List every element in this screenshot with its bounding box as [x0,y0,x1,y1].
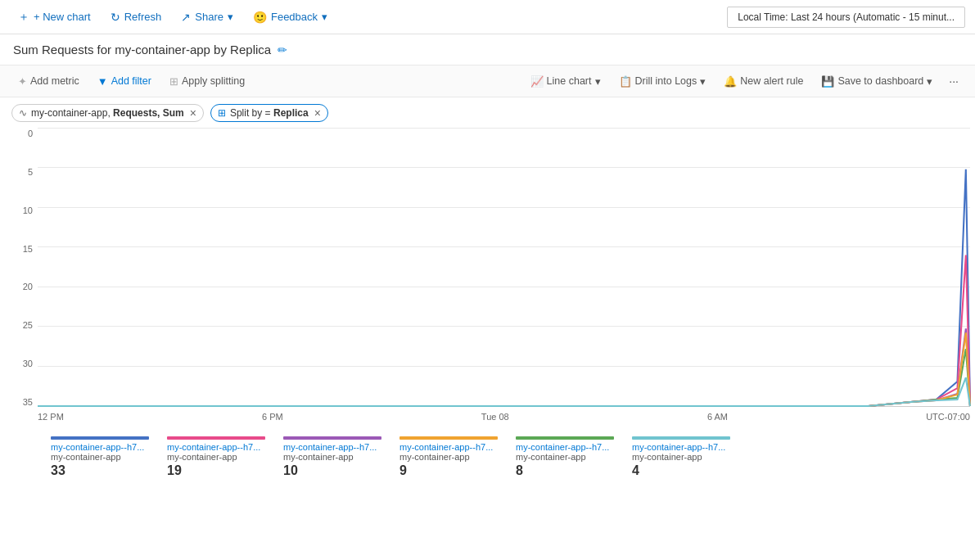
y-axis: 35 30 25 20 15 10 5 0 [5,129,38,407]
line-chart-button[interactable]: 📈 Line chart ▾ [522,72,609,91]
metric-toolbar: ✦ Add metric ▼ Add filter ⊞ Apply splitt… [0,65,975,97]
refresh-button[interactable]: ↻ Refresh [102,7,170,27]
apply-splitting-button[interactable]: ⊞ Apply splitting [161,72,253,91]
legend-item-5: my-container-app--h7... my-container-app… [516,436,622,478]
legend-label-4[interactable]: my-container-app--h7... [399,442,506,452]
legend-sublabel-6: my-container-app [632,452,738,462]
save-to-dashboard-button[interactable]: 💾 Save to dashboard ▾ [813,72,941,91]
add-metric-icon: ✦ [18,75,27,88]
save-icon: 💾 [821,75,834,88]
top-toolbar: ＋ + New chart ↻ Refresh ↗ Share ▾ 🙂 Feed… [0,0,975,34]
chart-area-container: 35 30 25 20 15 10 5 0 [5,129,970,431]
chart-title: Sum Requests for my-container-app by Rep… [13,43,271,56]
alert-icon: 🔔 [724,75,737,88]
legend-color-5 [516,436,614,440]
line-chart-chevron-icon: ▾ [595,75,601,88]
logs-chevron-icon: ▾ [700,75,706,88]
metric-filter-tag: ∿ my-container-app, Requests, Sum × [11,104,204,122]
x-axis: 12 PM 6 PM Tue 08 6 AM UTC-07:00 [38,409,970,431]
legend-label-6[interactable]: my-container-app--h7... [632,442,738,452]
legend-item-1: my-container-app--h7... my-container-app… [51,436,157,478]
legend-color-6 [632,436,730,440]
split-filter-tag: ⊞ Split by = Replica × [210,104,328,122]
legend-label-5[interactable]: my-container-app--h7... [516,442,622,452]
feedback-chevron-icon: ▾ [322,11,327,23]
legend-value-1: 33 [51,463,157,478]
filter-icon: ▼ [97,75,108,88]
legend-area: my-container-app--h7... my-container-app… [5,431,970,481]
main-content: Sum Requests for my-container-app by Rep… [0,34,975,560]
share-icon: ↗ [181,11,191,24]
refresh-icon: ↻ [111,11,120,24]
time-range-button[interactable]: Local Time: Last 24 hours (Automatic - 1… [727,7,965,28]
legend-color-2 [167,436,265,440]
legend-label-1[interactable]: my-container-app--h7... [51,442,157,452]
legend-label-3[interactable]: my-container-app--h7... [283,442,390,452]
chart-svg [38,129,970,406]
filter-row: ∿ my-container-app, Requests, Sum × ⊞ Sp… [0,97,975,129]
metric-tag-icon: ∿ [19,107,27,119]
new-alert-rule-button[interactable]: 🔔 New alert rule [715,72,811,91]
more-options-button[interactable]: ··· [942,71,965,91]
edit-title-icon[interactable]: ✏ [278,43,287,56]
chart-title-bar: Sum Requests for my-container-app by Rep… [0,34,975,65]
share-chevron-icon: ▾ [228,11,233,23]
legend-item-2: my-container-app--h7... my-container-app… [167,436,273,478]
legend-item-3: my-container-app--h7... my-container-app… [283,436,390,478]
add-metric-button[interactable]: ✦ Add metric [10,72,88,91]
legend-sublabel-5: my-container-app [516,452,622,462]
save-chevron-icon: ▾ [927,75,932,88]
split-tag-icon: ⊞ [218,107,226,119]
legend-value-5: 8 [516,463,622,478]
legend-label-2[interactable]: my-container-app--h7... [167,442,273,452]
new-chart-button[interactable]: ＋ + New chart [10,7,99,28]
metric-tag-remove[interactable]: × [190,107,196,119]
legend-sublabel-1: my-container-app [51,452,157,462]
share-button[interactable]: ↗ Share ▾ [173,7,241,27]
feedback-button[interactable]: 🙂 Feedback ▾ [245,7,336,27]
metric-toolbar-right: 📈 Line chart ▾ 📋 Drill into Logs ▾ 🔔 New… [522,71,965,91]
legend-value-3: 10 [283,463,390,478]
legend-value-2: 19 [167,463,273,478]
drill-into-logs-button[interactable]: 📋 Drill into Logs ▾ [611,72,715,91]
legend-item-4: my-container-app--h7... my-container-app… [399,436,506,478]
legend-value-6: 4 [632,463,738,478]
ellipsis-icon: ··· [949,75,959,88]
legend-sublabel-3: my-container-app [283,452,390,462]
legend-item-6: my-container-app--h7... my-container-app… [632,436,738,478]
legend-value-4: 9 [399,463,506,478]
logs-icon: 📋 [619,75,632,88]
split-icon: ⊞ [169,75,178,88]
feedback-icon: 🙂 [253,11,267,24]
legend-color-4 [399,436,498,440]
legend-sublabel-2: my-container-app [167,452,273,462]
legend-color-3 [283,436,381,440]
line-chart-icon: 📈 [530,75,544,88]
legend-color-1 [51,436,149,440]
plus-icon: ＋ [18,10,29,25]
chart-drawing-area [38,129,970,407]
add-filter-button[interactable]: ▼ Add filter [89,72,160,91]
legend-sublabel-4: my-container-app [399,452,506,462]
split-tag-remove[interactable]: × [314,107,321,119]
